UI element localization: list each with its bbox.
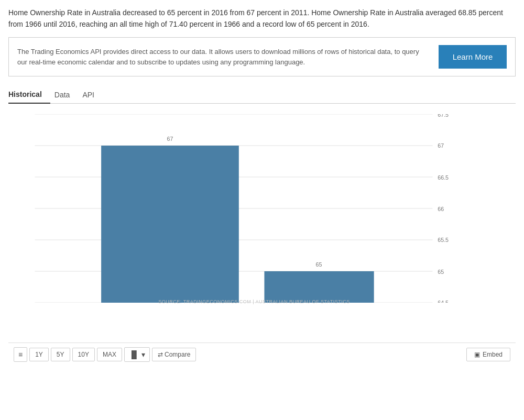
chart-type-button[interactable]: ▐▌ ▾ xyxy=(124,347,150,362)
max-button[interactable]: MAX xyxy=(97,348,122,361)
bar-label-2011: 67 xyxy=(167,136,173,142)
bottom-toolbar: ≡ 1Y 5Y 10Y MAX ▐▌ ▾ ⇄ Compare ▣ Embed xyxy=(8,342,516,366)
bar-2016 xyxy=(264,271,374,303)
y-label-67: 67 xyxy=(438,143,444,149)
bar-chart: 67 65 2007 2010 2013 2016 2019 67.5 67 6… xyxy=(29,114,479,303)
embed-label: Embed xyxy=(483,351,503,358)
y-label-65-5: 65.5 xyxy=(438,237,449,244)
tab-api[interactable]: API xyxy=(80,86,103,103)
toolbar-left: ≡ 1Y 5Y 10Y MAX ▐▌ ▾ ⇄ Compare xyxy=(14,347,196,362)
y-label-65: 65 xyxy=(438,269,444,275)
api-banner: The Trading Economics API provides direc… xyxy=(8,37,516,76)
learn-more-button[interactable]: Learn More xyxy=(439,45,507,69)
description-text: Home Ownership Rate in Australia decreas… xyxy=(8,7,516,30)
compare-button[interactable]: ⇄ Compare xyxy=(152,348,196,361)
bar-2011 xyxy=(101,146,239,303)
y-label-66: 66 xyxy=(438,206,444,212)
api-banner-text: The Trading Economics API provides direc… xyxy=(17,47,428,67)
chart-container: 67 65 2007 2010 2013 2016 2019 67.5 67 6… xyxy=(29,114,479,303)
toolbar-right: ▣ Embed xyxy=(466,348,510,361)
embed-icon: ▣ xyxy=(474,351,480,358)
embed-button[interactable]: ▣ Embed xyxy=(466,348,510,361)
tabs-row: Historical Data API xyxy=(8,86,516,104)
menu-icon-button[interactable]: ≡ xyxy=(14,347,27,362)
10y-button[interactable]: 10Y xyxy=(72,348,95,361)
y-label-67-5: 67.5 xyxy=(438,114,449,118)
tab-data[interactable]: Data xyxy=(52,86,79,103)
tab-historical[interactable]: Historical xyxy=(8,86,50,104)
5y-button[interactable]: 5Y xyxy=(51,348,70,361)
bar-label-2016: 65 xyxy=(316,261,322,268)
y-label-66-5: 66.5 xyxy=(438,174,449,181)
1y-button[interactable]: 1Y xyxy=(29,348,49,361)
y-label-64-5: 64.5 xyxy=(438,300,449,303)
